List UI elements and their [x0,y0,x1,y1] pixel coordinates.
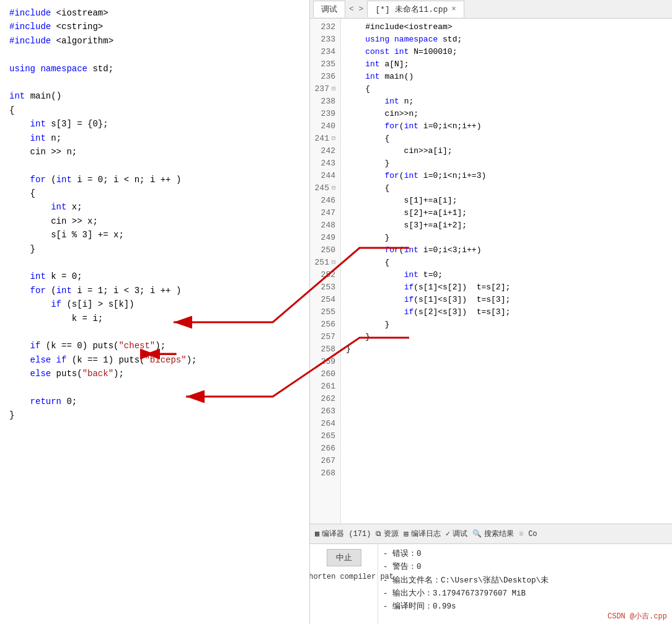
code-line: for(int i=0;i<3;i++) [346,244,667,257]
tab-debug[interactable]: 调试 [313,1,345,17]
line-number: 265 [310,430,340,442]
code-line: { [346,182,667,195]
compiler-label: 编译器 (171) [322,529,371,539]
code-line: if(s[1]<s[3]) t=s[3]; [346,294,667,306]
tab-file[interactable]: [*] 未命名11.cpp × [367,1,464,17]
code-line: s[1]+=a[i]; [346,195,667,207]
line-number: 266 [310,442,340,455]
file-tab-label: [*] 未命名11.cpp [375,4,448,15]
line-number: 268 [310,467,340,480]
toolbar-separator: ≡ [519,530,523,538]
code-line: { [346,83,667,95]
code-line: } [346,319,667,331]
code-line: cin>>a[i]; [346,145,667,157]
toolbar-compiler[interactable]: ▦ 编译器 (171) [315,529,371,539]
nav-arrows[interactable]: < > [349,4,363,14]
grid-icon: ▦ [315,529,319,538]
fold-icon[interactable]: ⊟ [332,134,335,144]
bottom-toolbar: ▦ 编译器 (171) ⧉ 资源 ▤ 编译日志 ✓ 调试 🔍 搜索结果 ≡ Co [310,524,672,543]
line-number: 243 [310,157,340,170]
line-number: 259 [310,356,340,368]
line-number: 255 [310,306,340,319]
line-number: 250 [310,244,340,257]
line-number: 261 [310,380,340,393]
output-left-panel: 中止 Shorten compiler pat [310,544,378,624]
copy-icon: ⧉ [376,530,381,538]
output-line: - 输出文件名：C:\Users\张喆\Desktop\未 [383,574,667,587]
code-line: const int N=100010; [346,46,667,58]
line-number: 234 [310,46,340,58]
code-line: } [346,331,667,343]
line-number: 248 [310,219,340,232]
code-line: int t=0; [346,269,667,281]
left-code: #include <iostream> #include <cstring> #… [9,6,300,423]
code-line: int n; [346,95,667,108]
code-line [346,467,667,480]
code-line [346,430,667,442]
fold-icon[interactable]: ⊟ [332,258,335,268]
code-line: int a[N]; [346,58,667,71]
code-line [346,405,667,418]
code-line: } [346,157,667,170]
log-icon: ▤ [404,529,408,538]
toolbar-co[interactable]: Co [528,530,537,538]
line-number: 253 [310,281,340,294]
code-line [346,455,667,467]
code-line: } [346,232,667,244]
code-line: using namespace std; [346,33,667,46]
line-number: 260 [310,368,340,380]
line-number: 263 [310,405,340,418]
line-number: 233 [310,33,340,46]
code-line: if(s[1]<s[2]) t=s[2]; [346,281,667,294]
output-line: - 警告：0 [383,561,667,574]
tab-close-button[interactable]: × [451,5,456,14]
code-line [346,442,667,455]
line-number: 264 [310,418,340,430]
line-number: 252 [310,269,340,281]
line-number: 246 [310,195,340,207]
line-number: 251⊟ [310,257,340,269]
line-number: 256 [310,319,340,331]
code-line [346,418,667,430]
line-number: 247 [310,207,340,219]
code-line [346,393,667,405]
code-line: { [346,133,667,145]
code-area: 232233234235236237⊟238239240241⊟24224324… [310,19,672,524]
toolbar-debug[interactable]: ✓ 调试 [446,529,467,539]
line-number: 242 [310,145,340,157]
search-label: 搜索结果 [484,529,514,539]
line-number: 262 [310,393,340,405]
line-number: 249 [310,232,340,244]
code-line: } [346,343,667,356]
fold-icon[interactable]: ⊟ [332,84,335,94]
code-line: if(s[2]<s[3]) t=s[3]; [346,306,667,319]
compile-log-label: 编译日志 [411,529,441,539]
line-number: 257 [310,331,340,343]
line-number: 267 [310,455,340,467]
code-line: s[3]+=a[i+2]; [346,219,667,232]
line-number: 245⊟ [310,182,340,195]
line-number: 240 [310,120,340,133]
search-icon: 🔍 [472,529,482,538]
code-content[interactable]: #include<iostream> using namespace std; … [341,19,672,524]
line-number: 237⊟ [310,83,340,95]
toolbar-search[interactable]: 🔍 搜索结果 [472,529,514,539]
output-line: - 输出大小：3.17947673797607 MiB [383,587,667,600]
right-panel: 调试 < > [*] 未命名11.cpp × 23223323423523623… [310,0,672,624]
line-number: 241⊟ [310,133,340,145]
line-number: 232 [310,21,340,33]
code-line: int main() [346,71,667,83]
check-icon: ✓ [446,529,450,538]
resources-label: 资源 [384,529,399,539]
debug-toolbar-label: 调试 [453,529,467,539]
code-line [346,368,667,380]
stop-button[interactable]: 中止 [327,549,361,566]
line-number: 258 [310,343,340,356]
line-number: 254 [310,294,340,306]
fold-icon[interactable]: ⊟ [332,183,335,193]
toolbar-compile-log[interactable]: ▤ 编译日志 [404,529,440,539]
toolbar-resources[interactable]: ⧉ 资源 [376,529,399,539]
code-line: for(int i=0;i<n;i++) [346,120,667,133]
code-line: s[2]+=a[i+1]; [346,207,667,219]
line-number: 239 [310,108,340,120]
